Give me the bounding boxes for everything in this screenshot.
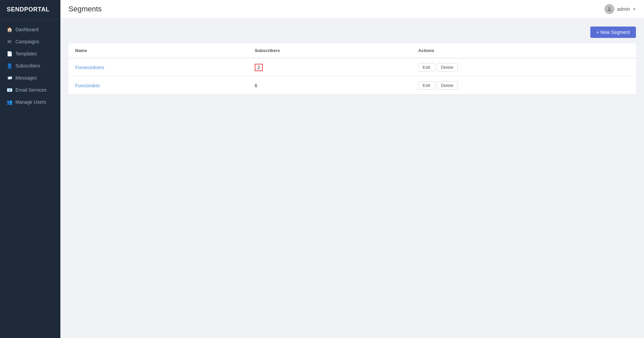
- user-name: admin: [617, 6, 630, 12]
- delete-button-funcionario[interactable]: Delete: [437, 81, 458, 90]
- messages-icon: 📨: [7, 75, 12, 81]
- segment-name-link-fornecedores[interactable]: Fornecedores: [75, 65, 104, 70]
- segment-name-cell: Funcionário: [68, 77, 248, 95]
- sidebar-item-label-dashboard: Dashboard: [15, 27, 39, 32]
- segments-table-container: Name Subscribers Actions Fornecedores 2: [68, 43, 636, 95]
- sidebar-item-label-email-services: Email Services: [15, 87, 47, 93]
- table-row: Funcionário 6 Edit Delete: [68, 77, 636, 95]
- sidebar-item-campaigns[interactable]: ✉ Campaigns: [0, 36, 60, 48]
- segment-name-cell: Fornecedores: [68, 58, 248, 77]
- segment-name-link-funcionario[interactable]: Funcionário: [75, 83, 100, 88]
- sidebar-item-email-services[interactable]: 📧 Email Services: [0, 84, 60, 96]
- edit-button-funcionario[interactable]: Edit: [418, 81, 434, 90]
- main-content: Segments admin ▼ + New Segment Name Subs…: [60, 0, 644, 338]
- sidebar-nav: 🏠 Dashboard ✉ Campaigns 📄 Templates 👤 Su…: [0, 19, 60, 112]
- actions-group-fornecedores: Edit Delete: [418, 63, 629, 71]
- content-area: + New Segment Name Subscribers Actions F…: [60, 18, 644, 338]
- col-subscribers: Subscribers: [248, 43, 411, 58]
- actions-cell-funcionario: Edit Delete: [411, 77, 636, 95]
- subscribers-cell-funcionario: 6: [248, 77, 411, 95]
- col-actions: Actions: [411, 43, 636, 58]
- actions-group-funcionario: Edit Delete: [418, 81, 629, 90]
- edit-button-fornecedores[interactable]: Edit: [418, 63, 434, 71]
- new-segment-button[interactable]: + New Segment: [590, 27, 636, 38]
- subscribers-cell-fornecedores: 2: [248, 58, 411, 77]
- col-name: Name: [68, 43, 248, 58]
- user-menu[interactable]: admin ▼: [604, 4, 636, 14]
- table-header: Name Subscribers Actions: [68, 43, 636, 58]
- manage-users-icon: 👥: [7, 99, 12, 105]
- table-body: Fornecedores 2 Edit Delete: [68, 58, 636, 95]
- sidebar: SENDPORTAL 🏠 Dashboard ✉ Campaigns 📄 Tem…: [0, 0, 60, 338]
- sidebar-item-label-subscribers: Subscribers: [15, 63, 40, 68]
- sidebar-item-messages[interactable]: 📨 Messages: [0, 72, 60, 84]
- templates-icon: 📄: [7, 51, 12, 56]
- subscribers-count-highlighted: 2: [255, 64, 263, 71]
- header: Segments admin ▼: [60, 0, 644, 18]
- segments-table: Name Subscribers Actions Fornecedores 2: [68, 43, 636, 95]
- sidebar-item-label-campaigns: Campaigns: [15, 39, 39, 44]
- sidebar-item-dashboard[interactable]: 🏠 Dashboard: [0, 23, 60, 36]
- sidebar-item-label-manage-users: Manage Users: [15, 99, 46, 105]
- avatar: [604, 4, 614, 14]
- subscribers-icon: 👤: [7, 63, 12, 68]
- table-row: Fornecedores 2 Edit Delete: [68, 58, 636, 77]
- svg-point-0: [608, 7, 610, 9]
- dashboard-icon: 🏠: [7, 27, 12, 32]
- sidebar-item-manage-users[interactable]: 👥 Manage Users: [0, 96, 60, 108]
- delete-button-fornecedores[interactable]: Delete: [437, 63, 458, 71]
- email-services-icon: 📧: [7, 87, 12, 93]
- sidebar-item-templates[interactable]: 📄 Templates: [0, 48, 60, 60]
- sidebar-item-label-messages: Messages: [15, 75, 37, 81]
- actions-cell-fornecedores: Edit Delete: [411, 58, 636, 77]
- app-logo: SENDPORTAL: [0, 0, 60, 19]
- campaigns-icon: ✉: [7, 39, 12, 44]
- sidebar-item-subscribers[interactable]: 👤 Subscribers: [0, 60, 60, 72]
- content-toolbar: + New Segment: [68, 27, 636, 43]
- chevron-down-icon: ▼: [633, 7, 636, 11]
- page-title: Segments: [68, 5, 102, 13]
- sidebar-item-label-templates: Templates: [15, 51, 37, 56]
